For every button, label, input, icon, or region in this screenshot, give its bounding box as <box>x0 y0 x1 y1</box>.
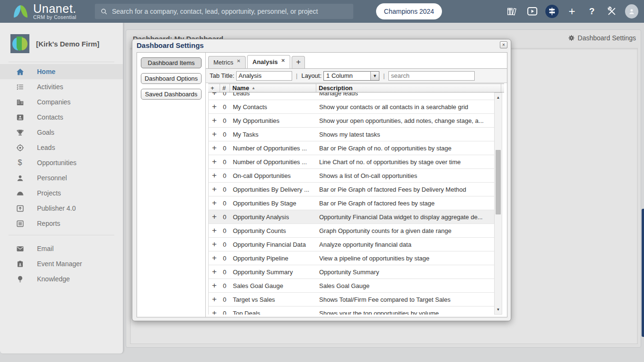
grid-scrollbar[interactable]: ▲ ▼ <box>494 93 502 315</box>
quick-add-icon[interactable]: + <box>565 5 579 18</box>
widget-row[interactable]: +0My TasksShows my latest tasks <box>209 128 494 141</box>
add-widget-icon[interactable]: + <box>209 267 221 277</box>
sidebar-item-personnel[interactable]: Personnel <box>0 170 123 186</box>
saved-dashboards-button[interactable]: Saved Dashboards <box>141 89 202 100</box>
dashboard-options-button[interactable]: Dashboard Options <box>141 73 202 84</box>
add-widget-icon[interactable]: + <box>209 171 221 180</box>
layout-select[interactable]: 1 Column ▼ <box>323 71 379 81</box>
sidebar-item-contacts[interactable]: Contacts <box>0 110 123 125</box>
widget-count: 0 <box>221 296 230 303</box>
widget-description: Bar or Pie Graph of factored Fees by Del… <box>317 186 494 193</box>
widget-row[interactable]: +0Opportunity CountsGraph Opportunity co… <box>209 224 494 238</box>
add-widget-icon[interactable]: + <box>209 212 221 222</box>
modal-nav-buttons: Dashboard ItemsDashboard OptionsSaved Da… <box>137 53 206 317</box>
widget-name: Opportunities By Stage <box>230 200 317 207</box>
sidebar-item-home[interactable]: Home <box>0 64 123 79</box>
tab-config-row: Tab Title: | Layout: 1 Column ▼ | <box>206 69 507 83</box>
library-icon[interactable] <box>506 5 519 18</box>
widget-row[interactable]: +0On-call OpportunitiesShows a list of O… <box>209 169 494 183</box>
add-widget-icon[interactable]: + <box>209 116 221 125</box>
help-icon[interactable]: ? <box>585 5 598 18</box>
widget-row[interactable]: +0Target vs SalesShows Total/Firm Fee co… <box>209 293 494 306</box>
column-header-name[interactable]: Name ▲ <box>230 84 316 92</box>
widget-row[interactable]: +0Opportunity AnalysisOpportunity Financ… <box>209 210 494 224</box>
close-tab-icon[interactable]: ✕ <box>237 58 240 64</box>
chevron-down-icon[interactable]: ▼ <box>370 72 379 80</box>
column-header-count[interactable]: # <box>220 84 230 92</box>
unanet-logo[interactable]: Unanet. CRM by Cosential <box>13 3 94 20</box>
guidepost-icon[interactable] <box>545 5 559 18</box>
widget-search-input[interactable] <box>388 71 475 81</box>
global-search[interactable] <box>95 4 353 19</box>
reports-icon <box>15 219 25 228</box>
publisher-icon <box>15 204 25 213</box>
sidebar-item-projects[interactable]: Projects <box>0 186 123 201</box>
widget-description: Sales Goal Gauge <box>317 282 494 289</box>
widget-row[interactable]: +0My ContactsShow your contacts or all c… <box>209 100 494 114</box>
unanet-logo-mark-icon <box>13 4 29 19</box>
widget-row[interactable]: +0Opportunities By StageBar or Pie Graph… <box>209 196 494 210</box>
add-tab-button[interactable]: + <box>292 56 305 68</box>
sidebar-item-companies[interactable]: Companies <box>0 94 123 110</box>
add-widget-icon[interactable]: + <box>209 253 221 263</box>
widget-row[interactable]: +0Number of Opportunities ...Line Chart … <box>209 155 494 169</box>
dashboard-items-button[interactable]: Dashboard Items <box>141 57 202 68</box>
sidebar-item-label: Companies <box>37 98 71 106</box>
add-widget-icon[interactable]: + <box>209 102 221 111</box>
leads-icon <box>15 143 25 152</box>
sidebar-item-reports[interactable]: Reports <box>0 216 123 231</box>
add-widget-icon[interactable]: + <box>209 295 221 304</box>
video-tutorials-icon[interactable] <box>525 5 539 18</box>
close-tab-icon[interactable]: ✕ <box>281 58 285 63</box>
close-icon[interactable]: × <box>500 41 507 48</box>
user-avatar[interactable] <box>625 5 638 18</box>
sidebar-item-opportunities[interactable]: $Opportunities <box>0 155 123 170</box>
widget-row[interactable]: +0My OpportunitiesShow your open opportu… <box>209 114 494 128</box>
sidebar-item-event-manager[interactable]: Event Manager <box>0 256 123 271</box>
sidebar-item-leads[interactable]: Leads <box>0 140 123 155</box>
add-widget-icon[interactable]: + <box>209 308 221 315</box>
tab-metrics[interactable]: Metrics✕ <box>208 56 246 68</box>
widget-row[interactable]: +0Opportunities By Delivery ...Bar or Pi… <box>209 183 494 196</box>
widget-grid-header: + # Name ▲ Description <box>208 84 504 93</box>
add-widget-icon[interactable]: + <box>209 198 221 208</box>
add-widget-icon[interactable]: + <box>209 157 221 167</box>
add-widget-icon[interactable]: + <box>209 185 221 194</box>
companies-icon <box>15 97 25 107</box>
tab-title-input[interactable] <box>236 71 292 81</box>
admin-tools-icon[interactable] <box>605 5 618 18</box>
add-widget-icon[interactable]: + <box>209 226 221 235</box>
add-widget-icon[interactable]: + <box>209 93 221 98</box>
scroll-up-icon[interactable]: ▲ <box>495 94 502 101</box>
column-header-add[interactable]: + <box>208 84 220 92</box>
widget-row[interactable]: +0Opportunity SummaryOpportunity Summary <box>209 265 494 279</box>
sidebar-secondary-nav: EmailEvent ManagerKnowledge <box>0 239 123 287</box>
champions-button[interactable]: Champions 2024 <box>376 3 442 19</box>
sidebar-item-knowledge[interactable]: Knowledge <box>0 271 123 287</box>
tab-analysis[interactable]: Analysis✕ <box>247 55 290 68</box>
dashboard-settings-link[interactable]: Dashboard Settings <box>568 34 636 42</box>
scroll-down-icon[interactable]: ▼ <box>495 306 502 313</box>
add-widget-icon[interactable]: + <box>209 130 221 139</box>
modal-title: Dashboard Settings <box>137 41 204 49</box>
add-widget-icon[interactable]: + <box>209 240 221 249</box>
edge-tab[interactable] <box>642 209 644 337</box>
widget-row[interactable]: +0Opportunity PipelineView a pipeline of… <box>209 251 494 265</box>
search-icon <box>101 8 108 15</box>
sidebar-item-activities[interactable]: Activities <box>0 79 123 94</box>
sidebar-item-email[interactable]: Email <box>0 241 123 256</box>
column-header-description[interactable]: Description <box>316 84 501 92</box>
sidebar-item-goals[interactable]: Goals <box>0 125 123 140</box>
widget-row[interactable]: +0LeadsManage leads <box>209 93 494 100</box>
widget-row[interactable]: +0Top DealsShows your the top opportunit… <box>209 306 494 315</box>
scrollbar-thumb[interactable] <box>496 150 501 214</box>
widget-name: Leads <box>230 93 317 97</box>
add-widget-icon[interactable]: + <box>209 281 221 290</box>
global-search-input[interactable] <box>112 8 348 15</box>
widget-row[interactable]: +0Number of Opportunities ...Bar or Pie … <box>209 141 494 155</box>
add-widget-icon[interactable]: + <box>209 143 221 153</box>
widget-row[interactable]: +0Opportunity Financial DataAnalyze oppo… <box>209 238 494 251</box>
widget-row[interactable]: +0Sales Goal GaugeSales Goal Gauge <box>209 279 494 293</box>
sidebar-item-publisher-4-0[interactable]: Publisher 4.0 <box>0 201 123 216</box>
widget-description: Opportunity Financial Data widget to dis… <box>317 213 494 221</box>
